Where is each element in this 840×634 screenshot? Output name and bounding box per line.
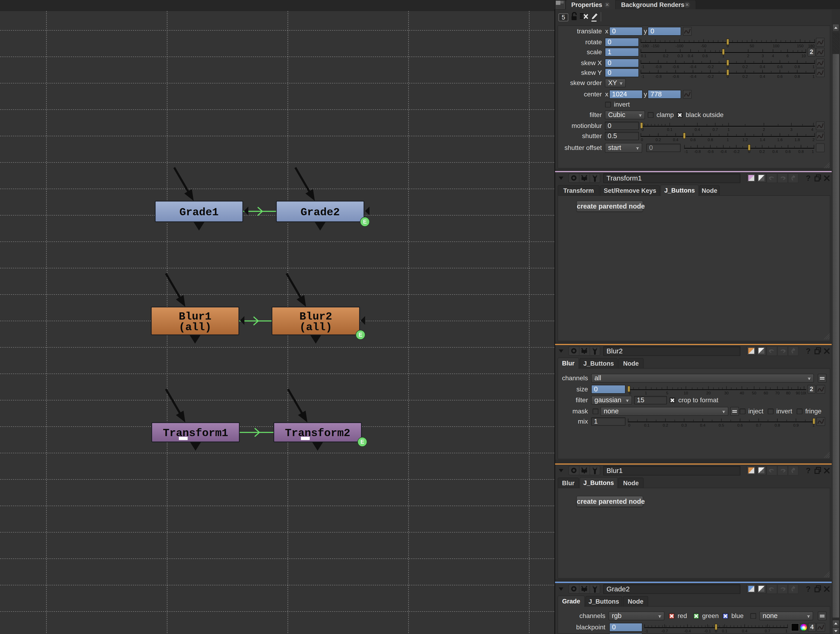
svg-text:1: 1 (812, 74, 815, 79)
svg-text:0.2: 0.2 (759, 149, 765, 154)
svg-text:-1: -1 (685, 149, 688, 154)
svg-text:20: 20 (706, 391, 711, 395)
svg-text:0.2: 0.2 (663, 54, 669, 58)
svg-text:50: 50 (752, 391, 756, 395)
svg-text:0.5: 0.5 (718, 423, 724, 427)
svg-text:0.6: 0.6 (777, 74, 783, 79)
svg-text:0.6: 0.6 (703, 54, 708, 58)
svg-text:60: 60 (764, 391, 768, 395)
svg-text:0.4: 0.4 (760, 74, 766, 79)
svg-text:100: 100 (801, 391, 806, 395)
svg-text:Transform1: Transform1 (163, 427, 228, 440)
svg-text:E: E (363, 218, 367, 225)
svg-text:-0.1: -0.1 (704, 629, 711, 633)
svg-text:10: 10 (802, 54, 806, 58)
svg-text:0.7: 0.7 (756, 423, 761, 427)
svg-text:0.6: 0.6 (690, 138, 696, 142)
svg-text:0.4: 0.4 (742, 629, 748, 633)
svg-text:1: 1 (785, 629, 788, 633)
svg-text:0.7: 0.7 (765, 629, 770, 633)
svg-text:0.4: 0.4 (688, 54, 693, 58)
svg-text:0.2: 0.2 (655, 138, 661, 142)
svg-text:-0.8: -0.8 (655, 74, 662, 79)
svg-text:0.4: 0.4 (673, 138, 679, 142)
svg-text:0.2: 0.2 (742, 74, 748, 79)
svg-text:0: 0 (641, 138, 643, 142)
svg-text:E: E (360, 439, 364, 445)
svg-text:-0.7: -0.7 (661, 629, 668, 633)
svg-text:6: 6 (786, 54, 789, 58)
svg-text:-0.4: -0.4 (720, 149, 727, 154)
svg-text:1.6: 1.6 (777, 138, 783, 142)
svg-text:0.1: 0.1 (722, 629, 728, 633)
svg-text:3: 3 (762, 54, 764, 58)
svg-text:-0.6: -0.6 (672, 74, 679, 79)
svg-text:1.2: 1.2 (742, 138, 748, 142)
svg-text:0.2: 0.2 (663, 423, 668, 427)
svg-text:1.8: 1.8 (794, 138, 800, 142)
svg-text:4: 4 (772, 54, 774, 58)
svg-text:Grade2: Grade2 (300, 206, 339, 218)
svg-text:0.6: 0.6 (785, 149, 791, 154)
svg-text:0.4: 0.4 (772, 149, 778, 154)
svg-text:10: 10 (684, 391, 688, 395)
svg-text:0.3: 0.3 (681, 423, 687, 427)
svg-text:2: 2 (812, 138, 815, 142)
svg-text:0.9: 0.9 (793, 423, 799, 427)
svg-text:80: 80 (786, 391, 790, 395)
svg-text:90: 90 (796, 391, 800, 395)
svg-text:0.1: 0.1 (641, 54, 647, 58)
svg-text:(all): (all) (178, 321, 211, 334)
svg-text:2: 2 (747, 54, 749, 58)
svg-text:Grade1: Grade1 (179, 206, 218, 218)
svg-text:1: 1 (812, 149, 814, 154)
svg-text:(all): (all) (299, 321, 332, 334)
svg-text:-1: -1 (641, 74, 644, 79)
svg-text:0.6: 0.6 (737, 423, 743, 427)
svg-text:-0.2: -0.2 (733, 149, 739, 154)
svg-text:0.8: 0.8 (708, 138, 713, 142)
svg-text:1: 1 (645, 391, 647, 395)
svg-text:0.4: 0.4 (700, 423, 706, 427)
svg-text:-0.4: -0.4 (684, 629, 691, 633)
svg-text:70: 70 (775, 391, 780, 395)
svg-text:0.8: 0.8 (794, 74, 800, 79)
svg-text:5: 5 (666, 391, 668, 395)
svg-text:E: E (358, 332, 362, 338)
svg-text:0.8: 0.8 (775, 423, 780, 427)
svg-text:0.8: 0.8 (798, 149, 804, 154)
svg-text:0.1: 0.1 (644, 423, 650, 427)
svg-text:1: 1 (727, 138, 729, 142)
svg-text:0: 0 (628, 423, 630, 427)
svg-text:40: 40 (740, 391, 744, 395)
svg-text:-0.4: -0.4 (690, 74, 696, 79)
svg-text:-1: -1 (645, 629, 648, 633)
svg-text:1.4: 1.4 (760, 138, 766, 142)
svg-text:0.3: 0.3 (677, 54, 683, 58)
svg-text:Transform2: Transform2 (285, 427, 350, 440)
svg-text:-0.6: -0.6 (707, 149, 714, 154)
svg-text:-0.8: -0.8 (694, 149, 701, 154)
svg-text:-0.2: -0.2 (707, 74, 714, 79)
svg-text:30: 30 (724, 391, 729, 395)
